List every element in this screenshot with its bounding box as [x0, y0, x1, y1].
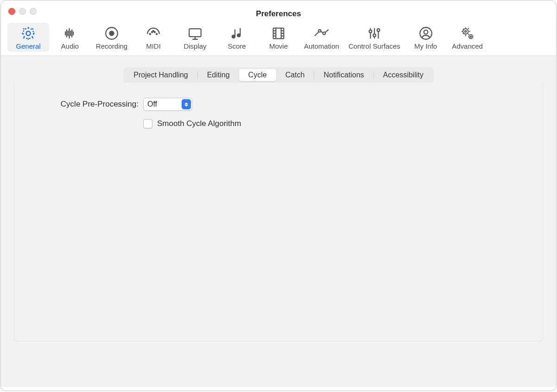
svg-point-15 — [369, 30, 372, 33]
svg-point-21 — [465, 31, 467, 32]
sliders-icon — [367, 25, 382, 41]
toolbar-tab-label: Audio — [61, 42, 79, 50]
svg-point-1 — [23, 28, 34, 39]
toolbar-tab-label: General — [16, 42, 40, 50]
smooth-cycle-checkbox[interactable] — [143, 119, 152, 128]
user-icon — [418, 25, 434, 41]
toolbar-tab-my-info[interactable]: My Info — [405, 23, 447, 52]
cycle-preprocessing-label: Cycle Pre-Processing: — [28, 100, 143, 109]
toolbar: General Audio Recording — [1, 21, 556, 56]
close-window-button[interactable] — [8, 8, 15, 15]
automation-icon — [313, 25, 330, 41]
svg-point-6 — [154, 32, 155, 32]
toolbar-tab-control-surfaces[interactable]: Control Surfaces — [344, 23, 405, 52]
svg-point-23 — [470, 36, 471, 38]
toolbar-tab-label: Advanced — [452, 42, 483, 50]
svg-point-22 — [468, 35, 473, 39]
subtab-cycle[interactable]: Cycle — [239, 69, 276, 81]
segmented-control: Project Handling Editing Cycle Catch Not… — [123, 67, 433, 83]
content-area: Project Handling Editing Cycle Catch Not… — [1, 56, 556, 387]
subtab-project-handling[interactable]: Project Handling — [124, 69, 197, 81]
settings-panel: Cycle Pre-Processing: Off Smooth Cycle A… — [14, 82, 543, 341]
titlebar: Preferences — [1, 0, 556, 21]
cycle-preprocessing-row: Cycle Pre-Processing: Off — [28, 98, 529, 111]
gear-icon — [20, 25, 36, 41]
svg-point-0 — [26, 31, 30, 35]
record-icon — [104, 25, 120, 41]
subtabs: Project Handling Editing Cycle Catch Not… — [14, 67, 543, 83]
display-icon — [187, 25, 203, 41]
toolbar-tab-label: My Info — [414, 42, 437, 50]
subtab-accessibility[interactable]: Accessibility — [374, 69, 433, 81]
svg-point-4 — [150, 33, 151, 34]
waveform-icon — [62, 25, 78, 41]
toolbar-tab-label: Automation — [304, 42, 339, 50]
gears-icon — [460, 25, 475, 41]
subtab-notifications[interactable]: Notifications — [314, 69, 373, 81]
svg-point-13 — [318, 30, 321, 32]
toolbar-tab-recording[interactable]: Recording — [91, 23, 133, 52]
subtab-catch[interactable]: Catch — [276, 69, 314, 81]
zoom-window-button[interactable] — [30, 8, 37, 15]
svg-point-14 — [323, 32, 325, 34]
preferences-window: Preferences General Audio — [0, 0, 557, 391]
svg-point-19 — [424, 30, 428, 34]
toolbar-tab-label: MIDI — [146, 42, 161, 50]
svg-point-5 — [152, 32, 152, 32]
window-title: Preferences — [1, 3, 556, 19]
svg-point-16 — [373, 34, 376, 37]
minimize-window-button[interactable] — [19, 8, 26, 15]
subtab-editing[interactable]: Editing — [198, 69, 239, 81]
film-icon — [271, 25, 286, 41]
chevron-up-down-icon — [182, 99, 191, 109]
cycle-preprocessing-select[interactable]: Off — [143, 98, 192, 111]
toolbar-tab-movie[interactable]: Movie — [258, 23, 299, 52]
toolbar-tab-label: Score — [228, 42, 246, 50]
music-notes-icon — [229, 25, 245, 41]
smooth-cycle-label: Smooth Cycle Algorithm — [157, 119, 241, 128]
toolbar-tab-general[interactable]: General — [7, 23, 49, 52]
midi-icon — [146, 25, 161, 41]
smooth-cycle-row: Smooth Cycle Algorithm — [143, 119, 529, 128]
toolbar-tab-score[interactable]: Score — [216, 23, 258, 52]
toolbar-tab-audio[interactable]: Audio — [49, 23, 91, 52]
svg-point-8 — [153, 31, 154, 32]
svg-point-3 — [109, 31, 114, 36]
select-value: Off — [144, 100, 181, 108]
toolbar-tab-advanced[interactable]: Advanced — [447, 23, 488, 52]
svg-rect-9 — [189, 29, 201, 37]
svg-point-7 — [156, 33, 157, 34]
window-controls — [8, 8, 37, 15]
toolbar-tab-label: Display — [184, 42, 206, 50]
svg-point-17 — [377, 29, 380, 32]
toolbar-tab-label: Control Surfaces — [348, 42, 400, 50]
toolbar-tab-display[interactable]: Display — [174, 23, 216, 52]
toolbar-tab-midi[interactable]: MIDI — [133, 23, 174, 52]
toolbar-tab-automation[interactable]: Automation — [299, 23, 344, 52]
toolbar-tab-label: Recording — [96, 42, 127, 50]
toolbar-tab-label: Movie — [269, 42, 288, 50]
